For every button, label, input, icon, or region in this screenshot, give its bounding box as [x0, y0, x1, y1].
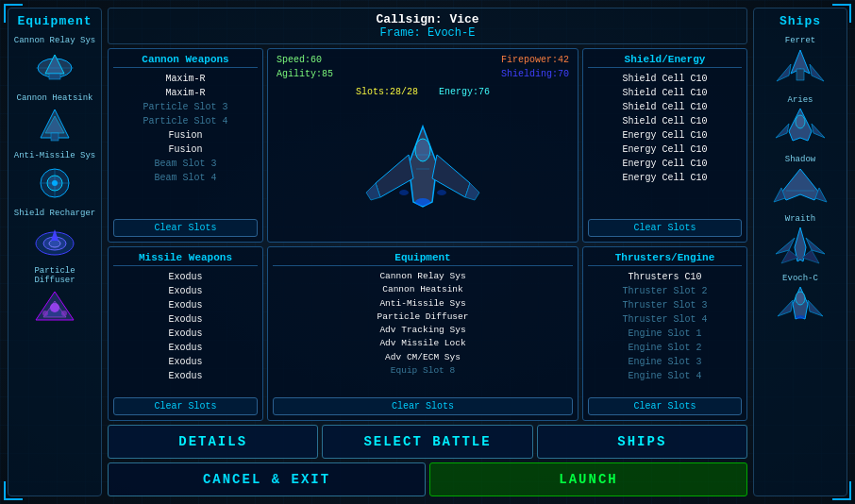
equip-item-6[interactable]: Adv CM/ECM Sys	[273, 351, 573, 364]
thruster-item-6[interactable]: Engine Slot 3	[588, 355, 742, 369]
shield-item-5[interactable]: Energy Cell C10	[588, 143, 742, 157]
equipment-panel-title: Equipment	[273, 252, 573, 266]
missile-item-0[interactable]: Exodus	[113, 270, 258, 284]
select-battle-btn[interactable]: SELECT BATTLE	[322, 425, 532, 459]
equip-item-2[interactable]: Anti-Missile Sys	[273, 297, 573, 311]
shield-item-7[interactable]: Energy Cell C10	[588, 171, 742, 185]
thruster-item-1[interactable]: Thruster Slot 2	[588, 284, 742, 298]
sidebar-label-particle-diffuser: Particle Diffuser	[12, 266, 97, 285]
ship-name-evoch-c: Evoch-C	[782, 274, 818, 283]
equip-item-0[interactable]: Cannon Relay Sys	[273, 270, 573, 283]
sidebar-label-cannon-relay: Cannon Relay Sys	[14, 36, 95, 45]
main-container: Equipment Cannon Relay Sys Cannon Heatsi…	[0, 0, 855, 504]
svg-point-18	[50, 303, 59, 312]
cannon-item-3[interactable]: Particle Slot 4	[113, 114, 258, 128]
energy-stat: Energy:76	[435, 86, 494, 98]
equip-clear-slots-btn[interactable]: Clear Slots	[273, 397, 573, 415]
right-sidebar: Ships Ferret Aries Shadow	[753, 8, 847, 496]
cancel-btn[interactable]: CANCEL & EXIT	[108, 462, 426, 496]
missile-item-5[interactable]: Exodus	[113, 341, 258, 355]
missile-item-3[interactable]: Exodus	[113, 312, 258, 327]
equipment-sidebar-title: Equipment	[17, 14, 92, 28]
ship-visual	[273, 101, 573, 237]
shield-clear-slots-btn[interactable]: Clear Slots	[588, 219, 742, 237]
ship-entry-shadow[interactable]: Shadow	[758, 153, 843, 209]
thruster-item-3[interactable]: Thruster Slot 4	[588, 312, 742, 327]
ship-entry-wraith[interactable]: Wraith	[758, 212, 843, 268]
aries-ship-icon	[772, 105, 829, 147]
bottom-panels: Missile Weapons Exodus Exodus Exodus Exo…	[108, 246, 747, 421]
bottom-nav: DETAILS SELECT BATTLE SHIPS	[108, 425, 747, 459]
missile-item-2[interactable]: Exodus	[113, 298, 258, 312]
missile-clear-slots-btn[interactable]: Clear Slots	[113, 397, 258, 415]
cannon-clear-slots-btn[interactable]: Clear Slots	[113, 219, 258, 237]
ship-name-shadow: Shadow	[785, 155, 815, 164]
equip-item-4[interactable]: Adv Tracking Sys	[273, 324, 573, 337]
ship-name-ferret: Ferret	[785, 36, 815, 45]
sidebar-label-cannon-heatsink: Cannon Heatsink	[16, 93, 92, 103]
thrusters-clear-slots-btn[interactable]: Clear Slots	[588, 397, 742, 415]
top-panels: Cannon Weapons Maxim-R Maxim-R Particle …	[108, 48, 747, 243]
equip-item-3[interactable]: Particle Diffuser	[273, 311, 573, 324]
thrusters-title: Thrusters/Engine	[588, 252, 742, 266]
sidebar-item-particle-diffuser[interactable]: Particle Diffuser	[12, 266, 97, 329]
thruster-item-0[interactable]: Thrusters C10	[588, 270, 742, 284]
thruster-item-4[interactable]: Engine Slot 1	[588, 327, 742, 341]
cannon-item-1[interactable]: Maxim-R	[113, 86, 258, 100]
sidebar-label-anti-missile: Anti-Missile Sys	[14, 151, 95, 160]
ships-sidebar-title: Ships	[780, 14, 821, 28]
ferret-ship-icon	[772, 45, 829, 88]
sidebar-item-anti-missile[interactable]: Anti-Missile Sys	[12, 151, 97, 205]
evoch-c-ship-icon	[772, 283, 829, 326]
ship-name-wraith: Wraith	[785, 214, 815, 224]
thruster-item-7[interactable]: Engine Slot 4	[588, 369, 742, 383]
cannon-item-6[interactable]: Beam Slot 3	[113, 157, 258, 171]
shield-item-6[interactable]: Energy Cell C10	[588, 157, 742, 171]
svg-marker-34	[810, 64, 824, 81]
sidebar-item-cannon-heatsink[interactable]: Cannon Heatsink	[12, 93, 97, 147]
equip-item-1[interactable]: Cannon Heatsink	[273, 283, 573, 296]
equipment-panel: Equipment Cannon Relay Sys Cannon Heatsi…	[267, 246, 578, 421]
ship-entry-evoch-c[interactable]: Evoch-C	[758, 272, 843, 328]
launch-btn[interactable]: LAUNCH	[429, 462, 747, 496]
details-btn[interactable]: DETAILS	[108, 425, 318, 459]
svg-marker-46	[806, 238, 825, 254]
cannon-weapons-panel: Cannon Weapons Maxim-R Maxim-R Particle …	[108, 48, 263, 243]
cannon-item-7[interactable]: Beam Slot 4	[113, 171, 258, 185]
missile-item-6[interactable]: Exodus	[113, 355, 258, 369]
thruster-item-2[interactable]: Thruster Slot 3	[588, 298, 742, 312]
cannon-item-4[interactable]: Fusion	[113, 128, 258, 143]
svg-marker-38	[812, 124, 825, 138]
left-sidebar: Equipment Cannon Relay Sys Cannon Heatsi…	[8, 8, 102, 496]
shield-item-0[interactable]: Shield Cell C10	[588, 72, 742, 86]
svg-rect-2	[49, 74, 60, 79]
ship-entry-ferret[interactable]: Ferret	[758, 34, 843, 90]
shadow-ship-icon	[772, 164, 829, 207]
sidebar-item-shield-recharger[interactable]: Shield Recharger	[12, 209, 97, 262]
center-area: Callsign: Vice Frame: Evoch-E Cannon Wea…	[108, 8, 747, 496]
ships-btn[interactable]: SHIPS	[537, 425, 747, 459]
shield-item-2[interactable]: Shield Cell C10	[588, 100, 742, 114]
equip-item-5[interactable]: Adv Missile Lock	[273, 337, 573, 350]
cannon-item-5[interactable]: Fusion	[113, 143, 258, 157]
thruster-item-5[interactable]: Engine Slot 2	[588, 341, 742, 355]
cannon-relay-icon	[26, 47, 83, 90]
missile-item-1[interactable]: Exodus	[113, 284, 258, 298]
wraith-ship-icon	[772, 224, 829, 266]
cannon-item-0[interactable]: Maxim-R	[113, 72, 258, 86]
svg-point-29	[437, 190, 446, 195]
missile-item-4[interactable]: Exodus	[113, 327, 258, 341]
equip-item-7[interactable]: Equip Slot 8	[273, 364, 573, 378]
cannon-item-2[interactable]: Particle Slot 3	[113, 100, 258, 114]
missile-weapons-panel: Missile Weapons Exodus Exodus Exodus Exo…	[108, 246, 263, 421]
ship-entry-aries[interactable]: Aries	[758, 93, 843, 149]
shield-item-1[interactable]: Shield Cell C10	[588, 86, 742, 100]
sidebar-item-cannon-relay[interactable]: Cannon Relay Sys	[12, 36, 97, 90]
shield-item-3[interactable]: Shield Cell C10	[588, 114, 742, 128]
cannon-weapons-title: Cannon Weapons	[113, 54, 258, 68]
missile-item-7[interactable]: Exodus	[113, 369, 258, 383]
shield-item-4[interactable]: Energy Cell C10	[588, 128, 742, 143]
shield-energy-panel: Shield/Energy Shield Cell C10 Shield Cel…	[582, 48, 747, 243]
shield-recharger-icon	[26, 220, 83, 262]
svg-marker-50	[778, 300, 793, 316]
